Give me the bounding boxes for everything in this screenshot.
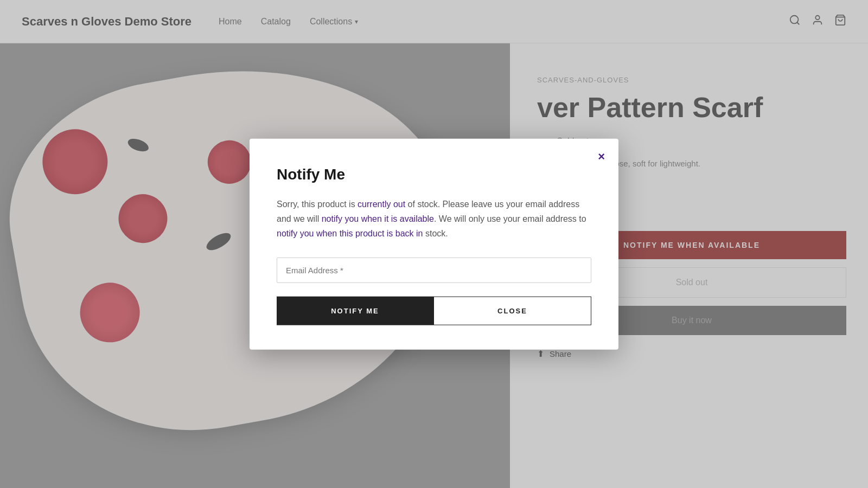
highlight-notify-back: notify you when this product is back in [277,229,423,238]
modal-close-x-button[interactable]: × [598,150,605,164]
modal-buttons: NOTIFY ME CLOSE [277,296,591,325]
modal-title: Notify Me [277,166,591,183]
notify-modal: × Notify Me Sorry, this product is curre… [250,139,618,350]
highlight-notify: notify you when it is available [322,214,434,223]
modal-notify-button[interactable]: NOTIFY ME [277,296,433,325]
email-input[interactable] [277,257,591,282]
page-content: SCARVES-AND-GLOVES ver Pattern Scarf AD … [0,43,868,488]
highlight-out-of-stock: currently out [358,200,405,209]
modal-body-text: Sorry, this product is currently out of … [277,197,591,241]
modal-close-button[interactable]: CLOSE [433,296,591,325]
